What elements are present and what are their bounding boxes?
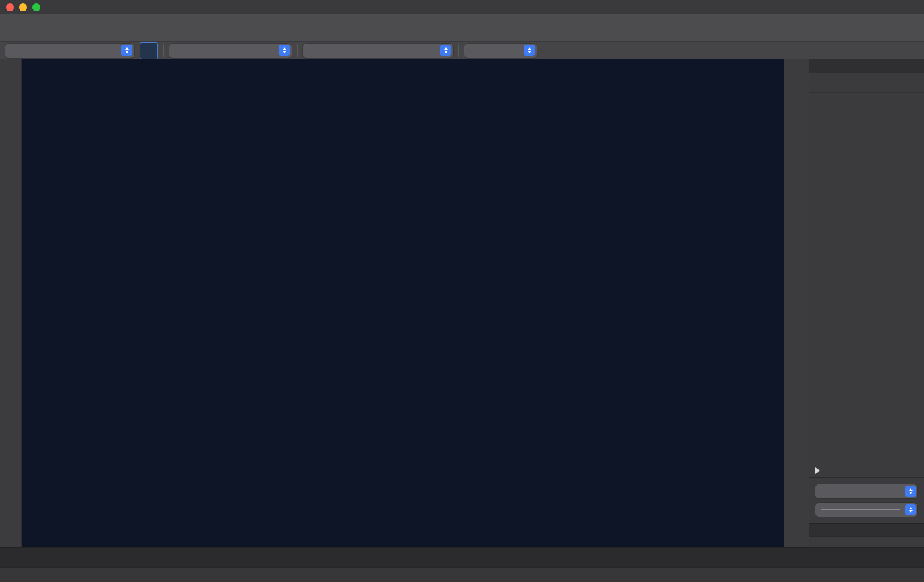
main-area	[0, 59, 924, 547]
stepper-icon	[905, 504, 916, 515]
minimize-button[interactable]	[19, 3, 27, 11]
via-size-select[interactable]	[169, 44, 292, 58]
titlebar	[0, 0, 924, 14]
track-width-button[interactable]	[140, 42, 158, 59]
status-bar	[0, 567, 924, 582]
stepper-icon	[121, 45, 132, 56]
selection-filter	[809, 537, 924, 547]
left-toolbar	[0, 59, 22, 547]
presets-select[interactable]	[815, 484, 917, 498]
divider	[163, 44, 164, 57]
right-toolbar	[784, 59, 809, 547]
viewports-select[interactable]	[815, 503, 917, 517]
appearance-header	[809, 59, 924, 73]
settings-toolbar	[0, 41, 924, 59]
divider	[297, 44, 298, 57]
pcb-canvas[interactable]	[22, 59, 784, 547]
track-width-select[interactable]	[5, 44, 134, 58]
presets-section	[809, 477, 924, 523]
zoom-select[interactable]	[464, 44, 537, 58]
traffic-lights	[6, 3, 40, 11]
stepper-icon	[440, 45, 451, 56]
stepper-icon	[279, 45, 290, 56]
zoom-button[interactable]	[32, 3, 40, 11]
stepper-icon	[905, 486, 916, 497]
divider	[458, 44, 459, 57]
close-button[interactable]	[6, 3, 14, 11]
appearance-tabs	[809, 73, 924, 93]
pcb-editor-window	[0, 0, 924, 582]
expand-arrow-icon	[815, 467, 820, 474]
layers-list	[809, 93, 924, 463]
grid-select[interactable]	[303, 44, 453, 58]
stats-bar	[0, 547, 924, 567]
selection-filter-header	[809, 523, 924, 537]
main-toolbar	[0, 14, 924, 41]
stepper-icon	[524, 45, 535, 56]
layer-display-options[interactable]	[809, 463, 924, 477]
empty-value-line	[821, 509, 900, 510]
appearance-panel	[809, 59, 924, 547]
